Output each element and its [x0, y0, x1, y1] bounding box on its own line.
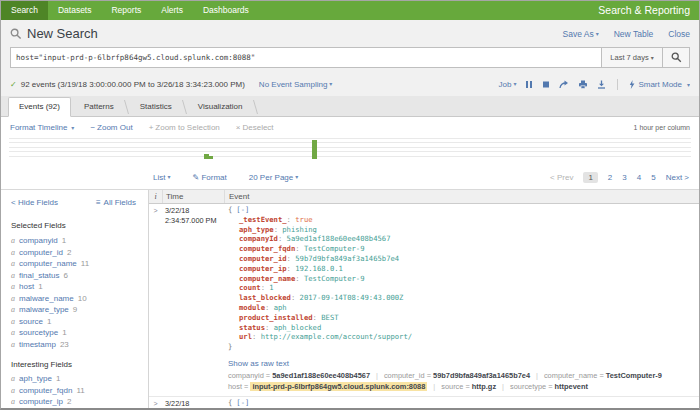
- field-link[interactable]: aph_type: [19, 374, 52, 383]
- summary-value[interactable]: 5a9ed1af188e60ee408b4567: [272, 371, 370, 380]
- field-item[interactable]: aaph_type1: [11, 373, 148, 385]
- close-button[interactable]: Close: [668, 29, 690, 39]
- stop-button[interactable]: [542, 80, 550, 89]
- timeline-bar[interactable]: [312, 140, 317, 159]
- chevron-down-icon: ▾: [167, 174, 170, 180]
- prev-page-button[interactable]: < Prev: [550, 173, 573, 182]
- tab-patterns[interactable]: Patterns: [71, 97, 127, 116]
- nav-item-datasets[interactable]: Datasets: [48, 1, 102, 20]
- field-link[interactable]: sourcetype: [19, 328, 58, 337]
- page-1-button[interactable]: 1: [583, 172, 597, 183]
- deselect-button[interactable]: ×Deselect: [236, 123, 274, 132]
- tab-visualization[interactable]: Visualization: [185, 97, 256, 116]
- field-count: 2: [67, 248, 71, 257]
- print-icon: [578, 80, 588, 89]
- field-link[interactable]: final_status: [19, 271, 59, 280]
- field-item[interactable]: acomputer_fqdn11: [11, 385, 148, 397]
- field-link[interactable]: computer_name: [19, 259, 77, 268]
- summary-value[interactable]: TestComputer-9: [606, 371, 662, 380]
- summary-key[interactable]: computer_name: [544, 371, 606, 380]
- per-page-menu[interactable]: 20 Per Page▾: [249, 173, 299, 182]
- format-timeline-menu[interactable]: Format Timeline▾: [10, 123, 74, 132]
- time-range-picker[interactable]: Last 7 days▾: [601, 48, 662, 67]
- zoom-out-button[interactable]: −Zoom Out: [90, 123, 132, 132]
- next-page-button[interactable]: Next >: [666, 173, 689, 182]
- field-link[interactable]: timestamp: [19, 340, 56, 349]
- timeline-bar[interactable]: [209, 156, 214, 160]
- field-link[interactable]: malware_type: [19, 305, 69, 314]
- summary-value-highlighted[interactable]: input-prd-p-6lbrfp864gw5.cloud.splunk.co…: [250, 382, 427, 391]
- nav-item-reports[interactable]: Reports: [101, 1, 151, 20]
- nav-item-search[interactable]: Search: [1, 1, 48, 20]
- nav-item-dashboards[interactable]: Dashboards: [193, 1, 259, 20]
- field-item[interactable]: acomputer_ip2: [11, 396, 148, 408]
- collapse-json-button[interactable]: [-]: [236, 398, 249, 407]
- summary-value[interactable]: http.gz: [472, 382, 496, 391]
- event-expander-icon[interactable]: >: [149, 397, 162, 410]
- tab-events[interactable]: Events (92): [8, 97, 71, 117]
- field-item[interactable]: asource1: [11, 316, 148, 328]
- field-link[interactable]: computer_ip: [19, 397, 63, 406]
- share-button[interactable]: [559, 80, 569, 89]
- field-type-icon: a: [11, 317, 15, 326]
- field-count: 1: [62, 236, 66, 245]
- field-item[interactable]: acomputer_id2: [11, 247, 148, 259]
- field-item[interactable]: amalware_name10: [11, 293, 148, 305]
- field-item[interactable]: afinal_status6: [11, 270, 148, 282]
- search-input[interactable]: [11, 48, 601, 67]
- page-3-button[interactable]: 3: [622, 173, 626, 182]
- field-link[interactable]: malware_name: [19, 294, 74, 303]
- summary-key[interactable]: source: [441, 382, 472, 391]
- new-table-button[interactable]: New Table: [614, 29, 654, 39]
- field-link[interactable]: computer_id: [19, 248, 63, 257]
- format-results-button[interactable]: ✎ Format: [192, 173, 226, 182]
- field-item[interactable]: acompanyid1: [11, 235, 148, 247]
- search-bar-row: Last 7 days▾: [1, 47, 699, 73]
- event-sampling-menu[interactable]: No Event Sampling▾: [259, 80, 333, 89]
- search-submit-button[interactable]: [662, 48, 689, 67]
- hide-fields-button[interactable]: < Hide Fields: [11, 198, 58, 207]
- stop-icon: [542, 80, 550, 89]
- download-icon: [597, 80, 606, 89]
- page-2-button[interactable]: 2: [608, 173, 612, 182]
- print-button[interactable]: [578, 80, 588, 89]
- field-link[interactable]: computer_fqdn: [19, 386, 72, 395]
- timeline-histogram[interactable]: [9, 138, 691, 160]
- search-mode-selector[interactable]: Smart Mode▾: [629, 80, 690, 89]
- summary-key[interactable]: computer_id: [384, 371, 433, 380]
- tab-statistics[interactable]: Statistics: [127, 97, 185, 116]
- all-fields-button[interactable]: ≡All Fields: [96, 198, 136, 207]
- chevron-down-icon: ▾: [687, 81, 690, 88]
- field-type-icon: a: [11, 305, 15, 314]
- zoom-to-selection-button[interactable]: +Zoom to Selection: [149, 123, 220, 132]
- field-item[interactable]: amalware_type9: [11, 304, 148, 316]
- summary-value[interactable]: httpevent: [555, 382, 588, 391]
- event-expander-icon[interactable]: >: [149, 204, 162, 396]
- export-button[interactable]: [597, 80, 606, 89]
- field-link[interactable]: companyid: [19, 236, 58, 245]
- summary-key[interactable]: host: [228, 382, 250, 391]
- pause-button[interactable]: [525, 80, 533, 89]
- chevron-down-icon: ▾: [651, 54, 654, 61]
- list-view-menu[interactable]: List▾: [153, 173, 170, 182]
- field-link[interactable]: source: [19, 317, 43, 326]
- field-item[interactable]: atimestamp23: [11, 339, 148, 351]
- nav-item-alerts[interactable]: Alerts: [151, 1, 193, 20]
- collapse-json-button[interactable]: [-]: [236, 205, 249, 214]
- pagination: < Prev 1 2 3 4 5 Next >: [550, 172, 699, 183]
- summary-key[interactable]: companyid: [228, 371, 272, 380]
- field-item[interactable]: ahost1: [11, 281, 148, 293]
- app-nav-bar: Search Datasets Reports Alerts Dashboard…: [1, 1, 699, 20]
- field-item[interactable]: acomputer_name11: [11, 258, 148, 270]
- summary-key[interactable]: sourcetype: [510, 382, 555, 391]
- page-5-button[interactable]: 5: [651, 173, 655, 182]
- job-menu[interactable]: Job▾: [498, 80, 516, 89]
- field-link[interactable]: host: [19, 282, 34, 291]
- save-as-button[interactable]: Save As▾: [563, 29, 599, 39]
- fields-sidebar: < Hide Fields ≡All Fields Selected Field…: [1, 190, 149, 410]
- field-count: 1: [38, 282, 42, 291]
- field-item[interactable]: asourcetype1: [11, 327, 148, 339]
- show-raw-text-link[interactable]: Show as raw text: [228, 359, 289, 368]
- page-4-button[interactable]: 4: [637, 173, 641, 182]
- summary-value[interactable]: 59b7d9bfa849af3a1465b7e4: [433, 371, 530, 380]
